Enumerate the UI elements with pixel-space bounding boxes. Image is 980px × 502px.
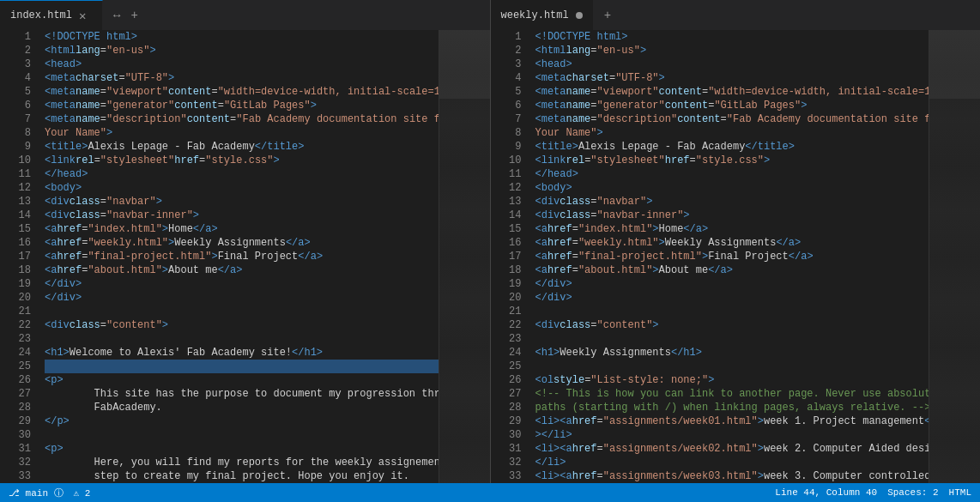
left-line-numbers: 1234567891011121314151617181920212223242… <box>0 30 38 483</box>
code-line <box>45 428 439 442</box>
code-line: <div class="navbar"> <box>535 195 929 209</box>
cursor-position[interactable]: Line 44, Column 40 <box>775 487 877 498</box>
line-number: 7 <box>0 112 31 126</box>
code-line: </div> <box>45 291 439 305</box>
code-line: Here, you will find my reports for the w… <box>45 456 439 469</box>
tab-left-index[interactable]: index.html ✕ <box>0 0 103 30</box>
status-bar-left: ⎇ main ⓘ ⚠ 2 <box>9 487 90 499</box>
code-line: <a href="weekly.html">Weekly Assignments… <box>535 236 929 250</box>
line-number: 3 <box>0 57 31 71</box>
code-line: <a href="index.html">Home</a> <box>45 222 439 236</box>
status-bar-right: Line 44, Column 40 Spaces: 2 HTML <box>775 487 971 498</box>
code-line <box>45 360 439 373</box>
code-line <box>535 360 929 373</box>
right-line-numbers: 1234567891011121314151617181920212223242… <box>491 30 529 483</box>
left-code-area[interactable]: <!DOCTYPE html><html lang="en-us"> <head… <box>38 30 439 483</box>
line-number: 25 <box>0 360 31 373</box>
line-number: 8 <box>0 126 31 140</box>
tab-left-close[interactable]: ✕ <box>79 9 86 23</box>
line-number: 29 <box>491 414 522 428</box>
right-editor-pane: 1234567891011121314151617181920212223242… <box>491 30 981 483</box>
code-line: <a href="index.html">Home</a> <box>535 222 929 236</box>
tab-right-dot <box>576 12 583 19</box>
line-number: 26 <box>491 373 522 387</box>
left-add-tab[interactable]: + <box>127 7 141 24</box>
right-minimap-overlay <box>929 30 980 99</box>
line-number: 5 <box>491 85 522 99</box>
line-number: 22 <box>0 318 31 332</box>
line-number: 18 <box>0 263 31 277</box>
tab-left-label: index.html <box>10 9 72 21</box>
code-line: <meta name="generator" content="GitLab P… <box>45 99 439 112</box>
line-number: 29 <box>0 414 31 428</box>
line-number: 2 <box>0 44 31 57</box>
code-line: paths (starting with /) when linking pag… <box>535 401 929 414</box>
language-mode[interactable]: HTML <box>949 487 971 498</box>
line-number: 4 <box>0 71 31 85</box>
git-branch-status[interactable]: ⎇ main ⓘ <box>9 487 64 499</box>
left-split-arrows[interactable]: ↔ <box>110 7 124 24</box>
right-code-area[interactable]: <!DOCTYPE html><html lang="en-us"> <head… <box>529 30 929 483</box>
line-number: 3 <box>491 57 522 71</box>
left-tab-actions: ↔ + <box>103 7 148 24</box>
line-number: 33 <box>0 469 31 483</box>
code-line: <meta name="viewport" content="width=dev… <box>535 85 929 99</box>
line-number: 33 <box>491 469 522 483</box>
right-minimap <box>929 30 980 483</box>
code-line: <a href="final-project.html">Final Proje… <box>45 250 439 263</box>
line-number: 30 <box>491 428 522 442</box>
indent-spaces[interactable]: Spaces: 2 <box>887 487 938 498</box>
code-line: <!-- This is how you can link to another… <box>535 387 929 401</box>
tab-right-weekly[interactable]: weekly.html <box>491 0 594 30</box>
line-number: 1 <box>491 30 522 44</box>
right-tab-group: weekly.html + <box>491 0 981 30</box>
code-line: <li><a href="assignments/week03.html">we… <box>535 469 929 483</box>
left-minimap <box>439 30 490 483</box>
line-number: 9 <box>0 140 31 154</box>
code-line: </div> <box>45 277 439 291</box>
line-number: 7 <box>491 112 522 126</box>
line-number: 20 <box>0 291 31 305</box>
line-number: 14 <box>0 209 31 222</box>
code-line: <meta name="generator" content="GitLab P… <box>535 99 929 112</box>
code-line: <h1>Weekly Assignments</h1> <box>535 346 929 360</box>
code-line: <body> <box>535 181 929 195</box>
line-number: 17 <box>491 250 522 263</box>
line-number: 15 <box>491 222 522 236</box>
line-number: 10 <box>491 154 522 167</box>
line-number: 6 <box>0 99 31 112</box>
code-line: <div class="navbar-inner"> <box>45 209 439 222</box>
line-number: 16 <box>491 236 522 250</box>
line-number: 23 <box>0 332 31 346</box>
code-line: step to create my final project. Hope yo… <box>45 469 439 483</box>
status-bar: ⎇ main ⓘ ⚠ 2 Line 44, Column 40 Spaces: … <box>0 483 980 502</box>
code-line: <a href="about.html">About me</a> <box>45 263 439 277</box>
right-tab-actions: + <box>594 7 621 24</box>
line-number: 14 <box>491 209 522 222</box>
code-line: Your Name"> <box>45 126 439 140</box>
code-line: <a href="about.html">About me</a> <box>535 263 929 277</box>
code-line: <html lang="en-us"> <box>535 44 929 57</box>
editor-container: 1234567891011121314151617181920212223242… <box>0 30 980 483</box>
left-minimap-overlay <box>439 30 490 99</box>
right-add-tab[interactable]: + <box>601 7 614 24</box>
code-line: </head> <box>535 167 929 181</box>
code-line: <html lang="en-us"> <box>45 44 439 57</box>
code-line: <a href="final-project.html">Final Proje… <box>535 250 929 263</box>
code-line <box>45 332 439 346</box>
line-number: 12 <box>0 181 31 195</box>
line-number: 11 <box>491 167 522 181</box>
line-number: 13 <box>0 195 31 209</box>
code-line: Your Name"> <box>535 126 929 140</box>
code-line: ></li> <box>535 428 929 442</box>
code-line: <ol style="List-style: none;"> <box>535 373 929 387</box>
line-number: 18 <box>491 263 522 277</box>
code-line: <li><a href="assignments/week02.html">we… <box>535 442 929 456</box>
code-line: <li><a href="assignments/week01.html">we… <box>535 414 929 428</box>
line-number: 1 <box>0 30 31 44</box>
code-line: <link rel="stylesheet" href="style.css"> <box>45 154 439 167</box>
warning-status[interactable]: ⚠ 2 <box>74 487 91 499</box>
line-number: 26 <box>0 373 31 387</box>
line-number: 2 <box>491 44 522 57</box>
code-line: <meta charset="UTF-8"> <box>535 71 929 85</box>
